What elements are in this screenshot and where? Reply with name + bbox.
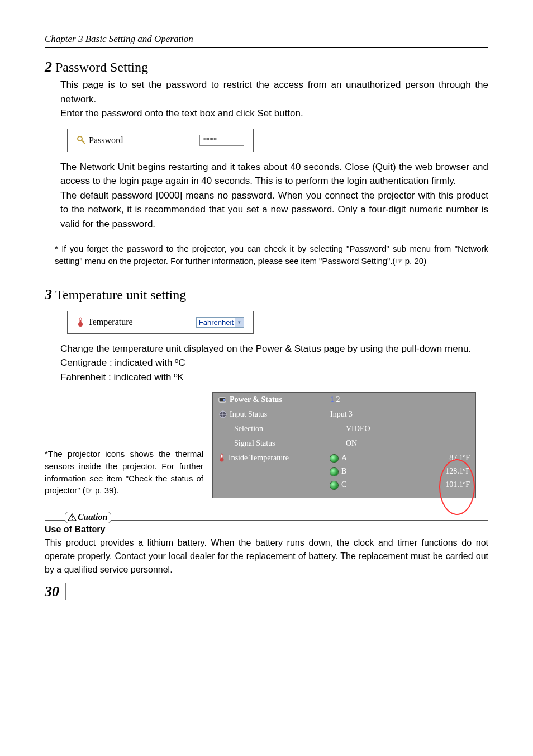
section-2-p3: The Network Unit begins restarting and i… — [60, 160, 488, 188]
section-3-p1: Change the temperature unit displayed on… — [60, 342, 488, 356]
section-3-number: 3 — [45, 286, 52, 303]
projector-icons-note: *The projector icons shows the thermal s… — [45, 448, 203, 497]
svg-point-10 — [220, 458, 224, 462]
svg-point-7 — [223, 399, 225, 401]
inside-temp-label: Inside Temperature — [218, 453, 330, 462]
selection-label: Selection — [218, 424, 346, 433]
chevron-down-icon: ▾ — [235, 318, 244, 327]
pager[interactable]: 1 2 — [330, 395, 408, 404]
temperature-select[interactable]: Fahrenheit ▾ — [196, 317, 244, 328]
input-status-value: Input 3 — [330, 410, 408, 419]
page-number: 30 — [45, 583, 66, 600]
svg-point-13 — [72, 519, 73, 520]
section-3-p3: Fahrenheit : indicated with ºK — [60, 370, 488, 385]
signal-status-value: ON — [346, 439, 424, 448]
section-3-p2: Centigrade : indicated with ºC — [60, 356, 488, 370]
selection-value: VIDEO — [346, 424, 424, 433]
section-2-title: 2Password Setting — [45, 59, 488, 75]
projector-icon — [218, 396, 227, 404]
section-2-number: 2 — [45, 59, 52, 75]
sensor-a-label: A — [341, 453, 347, 462]
input-status-label: Input Status — [218, 410, 330, 419]
sensor-b-value: 128.1ºF — [431, 467, 470, 476]
battery-text: This product provides a lithium battery.… — [45, 536, 488, 577]
sensor-c-value: 101.1ºF — [431, 480, 470, 489]
password-label: Password — [77, 135, 123, 145]
power-status-panel: Power & Status 1 2 Input Status Input 3 … — [212, 392, 476, 498]
section-2-p1: This page is to set the password to rest… — [60, 78, 488, 106]
status-dot-icon — [330, 481, 338, 489]
page-1-link[interactable]: 1 — [330, 395, 334, 404]
chapter-header: Chapter 3 Basic Setting and Operation — [45, 34, 488, 48]
password-field-screenshot: Password — [67, 129, 254, 152]
section-2-p4: The default password [0000] means no pas… — [60, 188, 488, 231]
section-3-title: 3Temperature unit setting — [45, 286, 488, 303]
globe-icon — [218, 410, 227, 418]
sensor-b-label: B — [341, 467, 346, 475]
temperature-field-screenshot: Temperature Fahrenheit ▾ — [67, 311, 254, 334]
section-2-p2: Enter the password onto the text box and… — [60, 106, 488, 121]
panel-title: Power & Status — [218, 395, 330, 404]
key-icon — [77, 135, 87, 145]
status-dot-icon — [330, 468, 338, 476]
svg-rect-5 — [80, 320, 81, 324]
divider — [45, 520, 488, 521]
caution-badge: Caution — [65, 512, 111, 523]
password-footnote: * If you forget the password to the proj… — [55, 243, 488, 267]
sensor-c-label: C — [341, 480, 346, 489]
battery-heading: Use of Battery — [45, 523, 488, 536]
divider — [60, 239, 488, 239]
signal-status-label: Signal Status — [218, 439, 346, 448]
status-dot-icon — [330, 455, 338, 462]
warning-icon — [68, 513, 77, 521]
svg-line-2 — [83, 141, 84, 142]
temperature-label: Temperature — [77, 317, 133, 327]
thermometer-icon — [77, 317, 85, 327]
sensor-a-value: 87.1ºF — [431, 453, 470, 462]
password-input[interactable] — [199, 135, 244, 146]
thermometer-icon — [218, 453, 226, 462]
set-button-label: Set — [257, 108, 272, 119]
